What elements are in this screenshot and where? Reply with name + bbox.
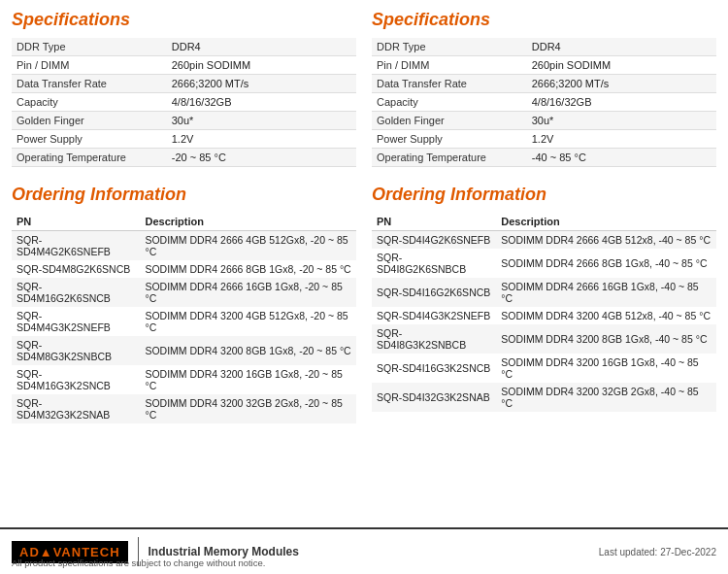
order-desc: SODIMM DDR4 3200 16GB 1Gx8, -20 ~ 85 °C [140,365,356,394]
order-desc: SODIMM DDR4 3200 4GB 512Gx8, -20 ~ 85 °C [140,307,356,336]
footer-tagline: Industrial Memory Modules [149,545,299,558]
spec-value: 30u* [527,112,716,130]
table-row: Power Supply1.2V [372,130,716,149]
table-row: Power Supply1.2V [12,130,356,149]
order-pn: SQR-SD4I16G3K2SNCB [372,354,496,383]
list-item: SQR-SD4M16G2K6SNCBSODIMM DDR4 2666 16GB … [12,278,356,307]
spec-label: Capacity [372,93,527,112]
order-pn: SQR-SD4I32G3K2SNAB [372,383,496,412]
spec-label: Golden Finger [372,112,527,130]
spec-label: Data Transfer Rate [372,75,527,93]
spec-label: DDR Type [372,38,527,56]
spec-label: Power Supply [372,130,527,149]
right-spec-table: DDR TypeDDR4Pin / DIMM260pin SODIMMData … [372,38,716,167]
list-item: SQR-SD4M4G3K2SNEFBSODIMM DDR4 3200 4GB 5… [12,307,356,336]
right-ordering-title: Ordering Information [372,185,716,205]
order-desc: SODIMM DDR4 3200 4GB 512x8, -40 ~ 85 °C [496,307,716,324]
list-item: SQR-SD4I16G3K2SNCBSODIMM DDR4 3200 16GB … [372,354,716,383]
left-spec-table: DDR TypeDDR4Pin / DIMM260pin SODIMMData … [12,38,356,167]
order-desc: SODIMM DDR4 3200 8GB 1Gx8, -20 ~ 85 °C [140,336,356,365]
footer-date: Last updated: 27-Dec-2022 [599,547,716,557]
order-pn: SQR-SD4M16G3K2SNCB [12,365,140,394]
right-spec-title: Specifications [372,10,716,30]
order-header: PN [372,213,496,231]
spec-label: Pin / DIMM [12,56,167,75]
order-desc: SODIMM DDR4 3200 16GB 1Gx8, -40 ~ 85 °C [496,354,716,383]
spec-label: Operating Temperature [12,149,167,167]
order-desc: SODIMM DDR4 2666 4GB 512Gx8, -20 ~ 85 °C [140,231,356,261]
list-item: SQR-SD4M4G2K6SNEFBSODIMM DDR4 2666 4GB 5… [12,231,356,261]
list-item: SQR-SD4I8G3K2SNBCBSODIMM DDR4 3200 8GB 1… [372,324,716,354]
spec-value: 1.2V [527,130,716,149]
left-order-table: PNDescription SQR-SD4M4G2K6SNEFBSODIMM D… [12,213,356,423]
spec-label: Capacity [12,93,167,112]
list-item: SQR-SD4M8G2K6SNCBSODIMM DDR4 2666 8GB 1G… [12,260,356,278]
order-desc: SODIMM DDR4 3200 32GB 2Gx8, -20 ~ 85 °C [140,394,356,423]
table-row: Data Transfer Rate2666;3200 MT/s [12,75,356,93]
spec-value: 260pin SODIMM [527,56,716,75]
list-item: SQR-SD4M8G3K2SNBCBSODIMM DDR4 3200 8GB 1… [12,336,356,365]
table-row: Golden Finger30u* [12,112,356,130]
order-header: PN [12,213,140,231]
table-row: Operating Temperature-20 ~ 85 °C [12,149,356,167]
spec-value: -40 ~ 85 °C [527,149,716,167]
spec-value: 2666;3200 MT/s [167,75,356,93]
table-row: Pin / DIMM260pin SODIMM [372,56,716,75]
left-spec-title: Specifications [12,10,356,30]
spec-label: Golden Finger [12,112,167,130]
list-item: SQR-SD4I8G2K6SNBCBSODIMM DDR4 2666 8GB 1… [372,249,716,278]
order-pn: SQR-SD4M4G3K2SNEFB [12,307,140,336]
list-item: SQR-SD4M32G3K2SNABSODIMM DDR4 3200 32GB … [12,394,356,423]
order-desc: SODIMM DDR4 2666 16GB 1Gx8, -20 ~ 85 °C [140,278,356,307]
spec-label: DDR Type [12,38,167,56]
order-desc: SODIMM DDR4 3200 8GB 1Gx8, -40 ~ 85 °C [496,324,716,354]
footer-note: All product specifications are subject t… [12,557,265,568]
list-item: SQR-SD4M16G3K2SNCBSODIMM DDR4 3200 16GB … [12,365,356,394]
order-desc: SODIMM DDR4 2666 8GB 1Gx8, -40 ~ 85 °C [496,249,716,278]
footer: AD▲VANTECH Industrial Memory Modules Las… [0,527,728,574]
table-row: Data Transfer Rate2666;3200 MT/s [372,75,716,93]
order-pn: SQR-SD4I4G3K2SNEFB [372,307,496,324]
spec-value: 4/8/16/32GB [167,93,356,112]
table-row: DDR TypeDDR4 [372,38,716,56]
order-pn: SQR-SD4I8G2K6SNBCB [372,249,496,278]
right-column: Specifications DDR TypeDDR4Pin / DIMM260… [372,10,716,423]
table-row: Pin / DIMM260pin SODIMM [12,56,356,75]
spec-label: Data Transfer Rate [12,75,167,93]
left-column: Specifications DDR TypeDDR4Pin / DIMM260… [12,10,356,423]
spec-value: DDR4 [527,38,716,56]
spec-value: 1.2V [167,130,356,149]
order-desc: SODIMM DDR4 3200 32GB 2Gx8, -40 ~ 85 °C [496,383,716,412]
right-order-table: PNDescription SQR-SD4I4G2K6SNEFBSODIMM D… [372,213,716,412]
order-pn: SQR-SD4M8G2K6SNCB [12,260,140,278]
order-pn: SQR-SD4I8G3K2SNBCB [372,324,496,354]
spec-value: 30u* [167,112,356,130]
order-pn: SQR-SD4M4G2K6SNEFB [12,231,140,261]
order-pn: SQR-SD4M8G3K2SNBCB [12,336,140,365]
spec-label: Power Supply [12,130,167,149]
main-content: Specifications DDR TypeDDR4Pin / DIMM260… [0,0,728,482]
spec-value: -20 ~ 85 °C [167,149,356,167]
spec-value: DDR4 [167,38,356,56]
order-desc: SODIMM DDR4 2666 4GB 512x8, -40 ~ 85 °C [496,231,716,250]
spec-label: Pin / DIMM [372,56,527,75]
order-desc: SODIMM DDR4 2666 8GB 1Gx8, -20 ~ 85 °C [140,260,356,278]
table-row: Capacity4/8/16/32GB [372,93,716,112]
order-header: Description [140,213,356,231]
table-row: Capacity4/8/16/32GB [12,93,356,112]
spec-value: 260pin SODIMM [167,56,356,75]
order-pn: SQR-SD4I4G2K6SNEFB [372,231,496,250]
spec-value: 2666;3200 MT/s [527,75,716,93]
spec-label: Operating Temperature [372,149,527,167]
spec-value: 4/8/16/32GB [527,93,716,112]
order-pn: SQR-SD4M16G2K6SNCB [12,278,140,307]
order-header: Description [496,213,716,231]
list-item: SQR-SD4I4G3K2SNEFBSODIMM DDR4 3200 4GB 5… [372,307,716,324]
table-row: DDR TypeDDR4 [12,38,356,56]
order-desc: SODIMM DDR4 2666 16GB 1Gx8, -40 ~ 85 °C [496,278,716,307]
list-item: SQR-SD4I32G3K2SNABSODIMM DDR4 3200 32GB … [372,383,716,412]
left-ordering-title: Ordering Information [12,185,356,205]
order-pn: SQR-SD4I16G2K6SNCB [372,278,496,307]
list-item: SQR-SD4I16G2K6SNCBSODIMM DDR4 2666 16GB … [372,278,716,307]
order-pn: SQR-SD4M32G3K2SNAB [12,394,140,423]
